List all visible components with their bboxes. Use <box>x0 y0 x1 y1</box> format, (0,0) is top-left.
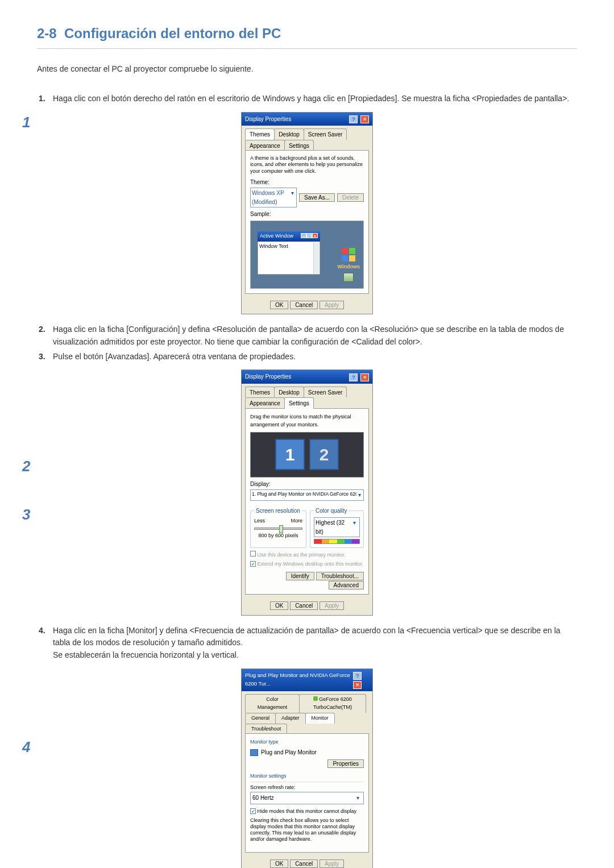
chevron-down-icon: ▾ <box>351 518 358 536</box>
step-text: Haga clic en la ficha [Configuración] y … <box>53 323 577 348</box>
windows-logo: Windows <box>338 247 360 285</box>
tab-monitor[interactable]: Monitor <box>305 713 335 724</box>
ok-button[interactable]: OK <box>270 301 288 309</box>
tab-settings[interactable]: Settings <box>284 140 314 151</box>
monitor-settings-label: Monitor settings <box>250 773 364 780</box>
close-icon[interactable]: ✕ <box>360 115 369 123</box>
theme-label: Theme: <box>250 178 364 187</box>
dialog-title: Display Properties <box>245 115 291 124</box>
dialog-titlebar: Plug and Play Monitor and NVIDIA GeForce… <box>242 669 372 691</box>
theme-dropdown[interactable]: Windows XP (Modified) ▾ <box>250 188 297 207</box>
primary-monitor-checkbox: Use this device as the primary monitor. <box>250 551 364 559</box>
checkbox-icon: ✓ <box>250 561 256 567</box>
tab-appearance[interactable]: Appearance <box>245 397 285 409</box>
help-icon[interactable]: ? <box>349 115 358 123</box>
refresh-rate-label: Screen refresh rate: <box>250 784 364 792</box>
step-text: Pulse el botón [Avanzadas]. Aparecerá ot… <box>53 351 577 363</box>
refresh-rate-value: 60 Hertz <box>252 794 274 803</box>
step-2: 2. Haga clic en la ficha [Configuración]… <box>37 323 577 348</box>
resolution-legend: Screen resolution <box>254 506 302 516</box>
svg-rect-1 <box>349 248 355 254</box>
slider-thumb-icon[interactable] <box>279 525 283 533</box>
tab-troubleshoot[interactable]: Troubleshoot <box>245 724 287 734</box>
chevron-down-icon: ▾ <box>354 794 362 803</box>
resolution-slider[interactable] <box>254 528 302 530</box>
hide-modes-description: Clearing this check box allows you to se… <box>250 817 364 843</box>
apply-button[interactable]: Apply <box>320 601 344 610</box>
advanced-button[interactable]: Advanced <box>329 581 364 589</box>
cancel-button[interactable]: Cancel <box>290 859 318 868</box>
dialog-tabs: ThemesDesktopScreen SaverAppearanceSetti… <box>242 126 372 151</box>
figure-callout-3: 3 <box>22 503 30 526</box>
themes-description: A theme is a background plus a set of so… <box>250 155 364 175</box>
properties-button[interactable]: Properties <box>327 759 364 768</box>
identify-button[interactable]: Identify <box>286 572 314 580</box>
tab-geforce[interactable]: GeForce 6200 TurboCache(TM) <box>299 694 366 713</box>
tab-color-management[interactable]: Color Management <box>245 694 300 713</box>
step-number: 1. <box>37 93 53 105</box>
step-number: 2. <box>37 323 53 348</box>
tab-desktop[interactable]: Desktop <box>274 128 304 140</box>
chevron-down-icon: ▾ <box>290 189 295 206</box>
settings-panel: Drag the monitor icons to match the phys… <box>245 408 369 595</box>
tab-settings[interactable]: Settings <box>284 397 314 409</box>
figure-3-wrap: 4 Plug and Play Monitor and NVIDIA GeFor… <box>37 668 577 868</box>
display-dropdown[interactable]: 1. Plug and Play Monitor on NVIDIA GeFor… <box>250 489 364 501</box>
help-icon[interactable]: ? <box>349 373 358 381</box>
color-quality-value: Highest (32 bit) <box>316 518 351 536</box>
apply-button[interactable]: Apply <box>320 859 344 868</box>
monitor-arrangement[interactable]: 1 2 <box>250 432 364 477</box>
close-icon[interactable]: ✕ <box>353 681 362 689</box>
dialog-tabs-bottom: GeneralAdapterMonitorTroubleshoot <box>242 713 372 734</box>
dialog-titlebar: Display Properties ? ✕ <box>242 113 372 126</box>
apply-button[interactable]: Apply <box>320 301 344 309</box>
step-number: 4. <box>37 625 53 662</box>
figure-1-wrap: 1 Display Properties ? ✕ ThemesDesktopSc… <box>37 112 577 315</box>
monitor-1-icon[interactable]: 1 <box>275 439 305 470</box>
dialog-button-row: OK Cancel Apply <box>242 856 372 868</box>
step-4: 4. Haga clic en la ficha [Monitor] y def… <box>37 625 577 662</box>
step-3: 3. Pulse el botón [Avanzadas]. Aparecerá… <box>37 351 577 363</box>
display-properties-settings-dialog: Display Properties ? ✕ ThemesDesktopScre… <box>241 369 373 615</box>
chevron-down-icon: ▾ <box>356 491 362 500</box>
screen-resolution-group: Screen resolution Less More 800 by 600 p… <box>250 506 306 549</box>
tab-general[interactable]: General <box>245 713 276 724</box>
tab-screensaver[interactable]: Screen Saver <box>304 128 347 140</box>
troubleshoot-button[interactable]: Troubleshoot... <box>316 572 364 580</box>
color-quality-dropdown[interactable]: Highest (32 bit) ▾ <box>314 517 360 537</box>
theme-preview: Active Window –▢✕ Window Text <box>250 221 364 289</box>
monitor-type-value: Plug and Play Monitor <box>261 748 317 757</box>
save-as-button[interactable]: Save As... <box>299 193 335 202</box>
section-heading: 2-8 Configuración del entorno del PC <box>37 23 577 49</box>
tab-adapter[interactable]: Adapter <box>275 713 306 724</box>
color-quality-legend: Color quality <box>314 506 349 516</box>
delete-button[interactable]: Delete <box>337 193 364 202</box>
tab-appearance[interactable]: Appearance <box>245 140 285 151</box>
refresh-rate-dropdown[interactable]: 60 Hertz ▾ <box>250 792 364 804</box>
svg-rect-2 <box>342 255 348 261</box>
monitor-2-icon[interactable]: 2 <box>309 439 339 470</box>
tab-themes[interactable]: Themes <box>245 387 275 398</box>
intro-text: Antes de conectar el PC al proyector com… <box>37 63 577 76</box>
cancel-button[interactable]: Cancel <box>290 601 318 610</box>
close-icon[interactable]: ✕ <box>360 373 369 381</box>
tab-themes[interactable]: Themes <box>245 128 275 140</box>
monitor-type-label: Monitor type <box>250 738 364 746</box>
window-controls-icon: –▢✕ <box>301 232 318 240</box>
active-window-title: Active Window <box>260 232 293 240</box>
dialog-tabs: ThemesDesktopScreen SaverAppearanceSetti… <box>242 384 372 409</box>
cancel-button[interactable]: Cancel <box>290 301 318 309</box>
svg-rect-0 <box>342 248 348 254</box>
figure-callout-4: 4 <box>22 736 30 758</box>
recycle-bin-icon <box>343 273 354 282</box>
help-icon[interactable]: ? <box>353 672 362 680</box>
tab-screensaver[interactable]: Screen Saver <box>304 387 347 398</box>
window-text: Window Text <box>259 243 288 249</box>
ok-button[interactable]: OK <box>270 601 288 610</box>
ok-button[interactable]: OK <box>270 859 288 868</box>
section-number: 2-8 <box>37 26 57 41</box>
color-gradient-bar <box>314 539 360 544</box>
resolution-value: 800 by 600 pixels <box>254 532 302 540</box>
tab-desktop[interactable]: Desktop <box>274 387 304 398</box>
hide-modes-checkbox[interactable]: ✓ Hide modes that this monitor cannot di… <box>250 808 364 816</box>
